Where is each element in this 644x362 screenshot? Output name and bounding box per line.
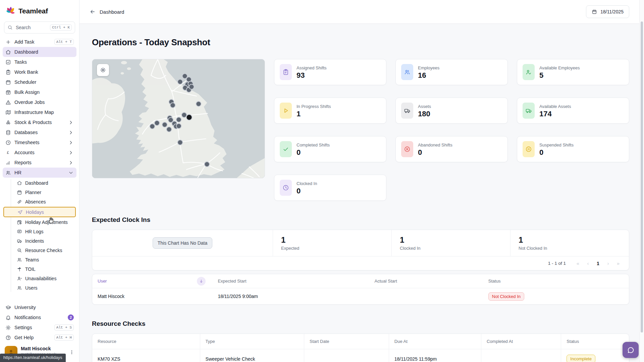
map-settings-button[interactable] — [97, 64, 109, 76]
sidebar-item-hr-dashboard[interactable]: Dashboard — [3, 178, 76, 188]
sidebar-item-holiday-adjustments[interactable]: Holiday Adjustments — [3, 218, 76, 227]
chevron-right-icon — [68, 160, 74, 166]
map-marker-selected[interactable] — [186, 114, 193, 121]
map-marker[interactable] — [177, 79, 183, 85]
column-resource: Resource — [92, 334, 200, 349]
resource-checks-title: Resource Checks — [92, 320, 629, 327]
sidebar-footer: University Notifications 2 Settings Alt … — [0, 300, 79, 362]
sidebar-item-overdue-jobs[interactable]: Overdue Jobs — [3, 97, 76, 107]
sidebar-item-settings[interactable]: Settings Alt + S — [3, 322, 76, 333]
map-marker[interactable] — [196, 101, 202, 107]
sidebar-item-reports[interactable]: Reports — [3, 158, 76, 168]
map-marker[interactable] — [150, 124, 155, 129]
sidebar-item-hr[interactable]: HR — [3, 168, 76, 178]
map-marker[interactable] — [177, 140, 183, 145]
cell-completed-at — [481, 349, 561, 362]
sidebar-item-unavailabilities[interactable]: Unavailabilities — [3, 274, 76, 283]
palm-tree-icon — [17, 266, 22, 272]
page-title: Operations - Today Snapshot — [92, 37, 629, 48]
sidebar-item-incidents[interactable]: Incidents — [3, 236, 76, 246]
table-row[interactable]: KM70 XZS Sweeper Vehicle Check 18/11/202… — [92, 349, 629, 362]
brand-logo-row[interactable]: Teamleaf — [4, 4, 75, 21]
calendar-icon — [5, 79, 11, 85]
add-task-label: Add Task — [14, 39, 34, 45]
column-due-at: Due At — [389, 334, 481, 349]
x-circle-icon — [401, 141, 413, 157]
stat-card-in-progress-shifts: In Progress Shifts 1 — [274, 98, 386, 124]
cell-start-date — [304, 349, 389, 362]
operations-map[interactable] — [92, 59, 265, 178]
sidebar-item-absences[interactable]: Absences — [3, 197, 76, 206]
chat-button[interactable] — [623, 342, 639, 358]
last-page-button[interactable]: » — [615, 260, 622, 266]
map-marker[interactable] — [166, 127, 172, 132]
sidebar-item-dashboard[interactable]: Dashboard — [3, 47, 76, 57]
people-icon — [5, 170, 11, 176]
search-placeholder: Search — [16, 25, 31, 30]
chart-empty-state: This Chart Has No Data — [153, 237, 213, 249]
user-name: Matt Hiscock — [21, 346, 56, 352]
sort-descending-button[interactable] — [197, 277, 206, 286]
graduation-cap-icon — [5, 305, 11, 310]
current-page[interactable]: 1 — [595, 261, 601, 266]
sidebar-item-hr-logs[interactable]: HR Logs — [3, 227, 76, 236]
map-marker[interactable] — [176, 123, 182, 129]
scrollbar-thumb[interactable] — [641, 21, 643, 333]
chevron-down-icon — [68, 170, 74, 176]
pagination: 1 - 1 of 1 « ‹ 1 › » — [92, 256, 629, 270]
sidebar-item-teams[interactable]: Teams — [3, 255, 76, 264]
page-scrollbar[interactable] — [639, 0, 644, 362]
map-marker[interactable] — [204, 162, 210, 167]
map-marker[interactable] — [176, 117, 182, 123]
search-input[interactable]: Search Ctrl + K — [4, 21, 75, 34]
column-status: Status — [483, 274, 629, 288]
map-marker[interactable] — [189, 84, 195, 90]
sidebar-item-infrastructure-map[interactable]: Infrastructure Map — [3, 107, 76, 117]
date-value: 18/11/2025 — [600, 9, 624, 14]
map-marker[interactable] — [162, 122, 168, 128]
sidebar-item-bulk-assign[interactable]: Bulk Assign — [3, 87, 76, 97]
arrow-down-icon — [199, 279, 204, 284]
sidebar-item-timesheets[interactable]: Timesheets — [3, 137, 76, 147]
sidebar-item-notifications[interactable]: Notifications 2 — [3, 312, 76, 322]
first-page-button[interactable]: « — [575, 260, 581, 266]
map-marker[interactable] — [170, 103, 176, 108]
bar-chart-icon — [5, 160, 11, 166]
sidebar-item-planner[interactable]: Planner — [3, 188, 76, 197]
date-picker-button[interactable]: 18/11/2025 — [586, 5, 629, 18]
sidebar-item-toil[interactable]: TOIL — [3, 264, 76, 274]
prev-page-button[interactable]: ‹ — [585, 260, 591, 266]
sidebar-item-users[interactable]: Users — [3, 283, 76, 293]
calendar-icon — [592, 9, 597, 14]
sidebar-item-resource-checks[interactable]: Resource Checks — [3, 246, 76, 255]
stat-card-available-employees: Available Employees 5 — [517, 59, 629, 85]
ellipsis-vertical-icon[interactable] — [69, 350, 74, 355]
map-marker[interactable] — [154, 120, 160, 126]
sidebar-item-stock-products[interactable]: Stock & Products — [3, 117, 76, 127]
column-actual-start: Actual Start — [369, 274, 483, 288]
sidebar-item-get-help[interactable]: Get Help Alt + H — [3, 333, 76, 343]
svg-text:£: £ — [7, 150, 9, 155]
table-row[interactable]: Matt Hiscock 18/11/2025 9:00am Not Clock… — [92, 288, 629, 304]
back-button[interactable]: Dashboard — [90, 9, 124, 15]
cell-expected-start: 18/11/2025 9:00am — [212, 288, 369, 304]
cell-type: Sweeper Vehicle Check — [200, 349, 304, 362]
column-expected-start: Expected Start — [212, 274, 369, 288]
sidebar-item-databases[interactable]: Databases — [3, 127, 76, 137]
next-page-button[interactable]: › — [605, 260, 611, 266]
brand-name: Teamleaf — [18, 7, 48, 15]
main-area: Dashboard 18/11/2025 Operations - Today … — [79, 0, 644, 362]
clock-icon — [280, 180, 292, 196]
stat-card-abandoned-shifts: Abandoned Shifts 0 — [395, 136, 508, 162]
sidebar-item-work-bank[interactable]: Work Bank — [3, 67, 76, 77]
column-type: Type — [200, 334, 304, 349]
sidebar-item-accounts[interactable]: £ Accounts — [3, 147, 76, 158]
search-icon — [7, 25, 13, 30]
sidebar-item-tasks[interactable]: Tasks — [3, 57, 76, 67]
sidebar-item-university[interactable]: University — [3, 302, 76, 312]
link-preview-tooltip: https://ten.teamleaf.uk/holidays — [0, 354, 66, 362]
add-task-button[interactable]: Add Task Alt + T — [3, 37, 76, 47]
sidebar-item-holidays[interactable]: Holidays — [3, 207, 76, 217]
sidebar-item-scheduler[interactable]: Scheduler — [3, 77, 76, 87]
task-icon — [5, 59, 11, 65]
